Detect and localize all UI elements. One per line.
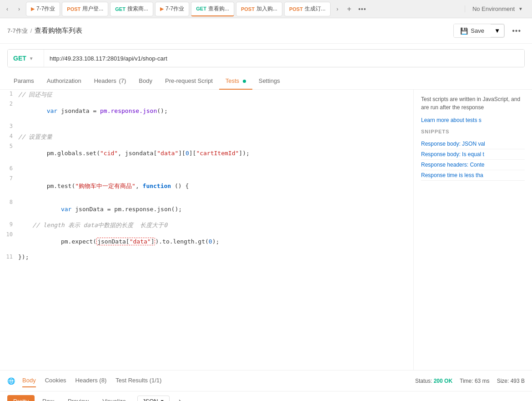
code-line-6: 6 bbox=[0, 164, 413, 174]
tab-tests[interactable]: Tests bbox=[219, 73, 252, 90]
resp-view-visualize[interactable]: Visualize bbox=[96, 395, 132, 401]
tab-label: 加入购... bbox=[256, 5, 277, 13]
code-line-1: 1 // 回还与征 bbox=[0, 90, 413, 100]
tab-label: 用户登... bbox=[82, 5, 103, 13]
nav-next-button[interactable]: › bbox=[14, 4, 25, 15]
tab-headers[interactable]: Headers (7) bbox=[88, 73, 133, 90]
code-line-3: 3 bbox=[0, 122, 413, 132]
request-header: 7-7作业 / 查看购物车列表 💾 Save ▼ ••• bbox=[0, 18, 532, 44]
tab-overflow-button[interactable]: ••• bbox=[356, 5, 369, 13]
tab-bar: ‹ › ▶ 7-7作业 POST 用户登... GET 搜索商... ▶ 7-7… bbox=[0, 0, 532, 18]
main-content: 1 // 回还与征 2 var jsondata = pm.response.j… bbox=[0, 90, 532, 370]
snippets-learn-link[interactable]: Learn more about tests s bbox=[421, 117, 525, 123]
nav-prev-button[interactable]: ‹ bbox=[2, 4, 13, 15]
tab-pre-request[interactable]: Pre-request Script bbox=[159, 73, 219, 90]
code-line-10: 10 pm.expect(jsonData["data"]).to.length… bbox=[0, 230, 413, 253]
tab-label: 搜索商... bbox=[127, 5, 148, 13]
code-line-7: 7 pm.test("购物车中一定有商品", function () { bbox=[0, 174, 413, 198]
url-input[interactable] bbox=[44, 50, 524, 67]
tab-post-add-cart[interactable]: POST 加入购... bbox=[236, 2, 282, 16]
snippets-panel: Test scripts are written in JavaScript, … bbox=[414, 90, 532, 370]
method-badge: POST bbox=[241, 6, 255, 12]
tab-get-search[interactable]: GET 搜索商... bbox=[110, 2, 153, 16]
save-dropdown-button[interactable]: ▼ bbox=[491, 24, 504, 37]
tab-authorization[interactable]: Authorization bbox=[40, 73, 88, 90]
resp-tab-cookies[interactable]: Cookies bbox=[45, 374, 66, 387]
response-header: 🌐 Body Cookies Headers (8) Test Results … bbox=[0, 371, 532, 391]
save-button-group: 💾 Save ▼ bbox=[453, 24, 505, 38]
chevron-down-icon: ▼ bbox=[160, 399, 165, 401]
tab-body[interactable]: Body bbox=[132, 73, 159, 90]
code-line-8: 8 var jsonData = pm.response.json(); bbox=[0, 198, 413, 220]
code-line-5: 5 pm.globals.set("cid", jsondata["data"]… bbox=[0, 142, 413, 164]
code-line-9: 9 // length 表示 data中数据的长度 长度大于0 bbox=[0, 220, 413, 230]
save-button[interactable]: 💾 Save bbox=[454, 24, 491, 37]
tab-label: 生成订... bbox=[305, 5, 326, 13]
snippets-help-text: Test scripts are written in JavaScript, … bbox=[421, 95, 525, 112]
tab-bar-nav: ‹ › ▶ 7-7作业 POST 用户登... GET 搜索商... ▶ 7-7… bbox=[2, 2, 369, 16]
header-actions: 💾 Save ▼ ••• bbox=[453, 24, 525, 38]
status-badge: 200 OK bbox=[434, 378, 452, 384]
tab-label: 查看购... bbox=[208, 5, 229, 13]
save-icon: 💾 bbox=[460, 27, 468, 35]
code-line-4: 4 // 设置变量 bbox=[0, 132, 413, 142]
environment-label: No Environment bbox=[472, 5, 515, 12]
resp-view-raw[interactable]: Raw bbox=[36, 395, 60, 401]
request-tabs: Params Authorization Headers (7) Body Pr… bbox=[0, 73, 532, 90]
resp-tab-body[interactable]: Body bbox=[22, 374, 36, 387]
tab-settings[interactable]: Settings bbox=[252, 73, 286, 90]
chevron-down-icon: ▼ bbox=[29, 56, 34, 61]
environment-selector[interactable]: No Environment ▼ bbox=[465, 5, 530, 12]
tab-folder-2[interactable]: ▶ 7-7作业 bbox=[155, 2, 189, 16]
method-badge: POST bbox=[67, 6, 80, 12]
tab-params[interactable]: Params bbox=[7, 73, 40, 90]
tab-label: 7-7作业 bbox=[166, 5, 184, 13]
format-selector[interactable]: JSON ▼ bbox=[137, 396, 170, 401]
nav-more-button[interactable]: › bbox=[332, 4, 343, 15]
response-status: Status: 200 OK Time: 63 ms Size: 493 B bbox=[415, 378, 525, 384]
method-selector[interactable]: GET ▼ bbox=[8, 50, 44, 67]
resp-tab-headers[interactable]: Headers (8) bbox=[75, 374, 107, 387]
breadcrumb-separator: / bbox=[30, 27, 32, 34]
add-tab-button[interactable]: + bbox=[344, 4, 355, 15]
snippet-item-4[interactable]: Response time is less tha bbox=[421, 170, 525, 181]
response-view-tabs: Pretty Raw Preview Visualize JSON ▼ ⇌ bbox=[0, 391, 532, 401]
tab-folder-1[interactable]: ▶ 7-7作业 bbox=[26, 2, 60, 16]
resp-view-pretty[interactable]: Pretty bbox=[7, 395, 35, 401]
tests-active-dot bbox=[243, 80, 246, 83]
folder-icon: ▶ bbox=[160, 6, 164, 12]
folder-icon: ▶ bbox=[31, 6, 35, 12]
resp-view-preview[interactable]: Preview bbox=[62, 395, 95, 401]
method-badge: GET bbox=[115, 6, 125, 12]
snippet-item-2[interactable]: Response body: Is equal t bbox=[421, 149, 525, 160]
response-area: 🌐 Body Cookies Headers (8) Test Results … bbox=[0, 370, 532, 401]
method-badge: POST bbox=[289, 6, 303, 12]
more-options-button[interactable]: ••• bbox=[508, 25, 525, 37]
code-editor[interactable]: 1 // 回还与征 2 var jsondata = pm.response.j… bbox=[0, 90, 414, 370]
breadcrumb-parent[interactable]: 7-7作业 bbox=[7, 27, 28, 35]
breadcrumb-current: 查看购物车列表 bbox=[35, 26, 82, 35]
tab-label: 7-7作业 bbox=[36, 5, 55, 13]
breadcrumb: 7-7作业 / 查看购物车列表 bbox=[7, 26, 453, 35]
tab-get-cart[interactable]: GET 查看购... bbox=[191, 2, 234, 16]
url-bar: GET ▼ bbox=[7, 49, 525, 67]
resp-tab-test-results[interactable]: Test Results (1/1) bbox=[115, 374, 161, 387]
method-label: GET bbox=[13, 55, 26, 62]
snippet-item-1[interactable]: Response body: JSON val bbox=[421, 139, 525, 149]
wrap-toggle-button[interactable]: ⇌ bbox=[175, 397, 181, 401]
tab-post-order[interactable]: POST 生成订... bbox=[284, 2, 331, 16]
tab-post-users[interactable]: POST 用户登... bbox=[62, 2, 108, 16]
response-time: 63 ms bbox=[475, 378, 490, 384]
code-line-2: 2 var jsondata = pm.response.json(); bbox=[0, 100, 413, 122]
snippets-title: SNIPPETS bbox=[421, 129, 525, 134]
chevron-down-icon: ▼ bbox=[518, 6, 523, 11]
globe-icon: 🌐 bbox=[7, 377, 15, 385]
code-line-11: 11 }); bbox=[0, 253, 413, 263]
method-badge: GET bbox=[196, 6, 206, 11]
response-size: 493 B bbox=[511, 378, 525, 384]
snippet-item-3[interactable]: Response headers: Conte bbox=[421, 160, 525, 170]
